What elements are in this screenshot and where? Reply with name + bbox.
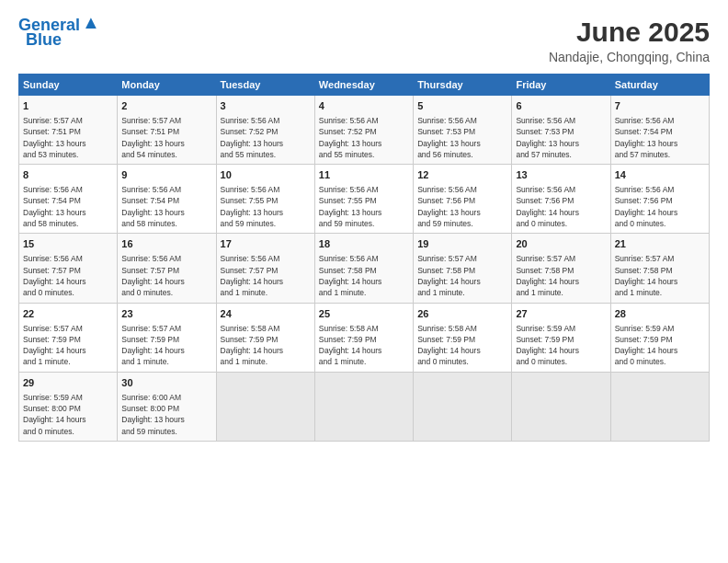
table-cell: 5Sunrise: 5:56 AMSunset: 7:53 PMDaylight…	[414, 96, 512, 165]
day-number: 19	[417, 237, 507, 252]
day-number: 18	[319, 237, 409, 252]
calendar-row: 1Sunrise: 5:57 AMSunset: 7:51 PMDaylight…	[19, 96, 710, 165]
table-cell: 3Sunrise: 5:56 AMSunset: 7:52 PMDaylight…	[216, 96, 314, 165]
table-cell: 12Sunrise: 5:56 AMSunset: 7:56 PMDayligh…	[414, 165, 512, 234]
table-cell: 7Sunrise: 5:56 AMSunset: 7:54 PMDaylight…	[610, 96, 709, 165]
day-number: 20	[516, 237, 606, 252]
table-cell: 28Sunrise: 5:59 AMSunset: 7:59 PMDayligh…	[610, 303, 709, 372]
table-cell: 25Sunrise: 5:58 AMSunset: 7:59 PMDayligh…	[314, 303, 413, 372]
subtitle: Nandajie, Chongqing, China	[549, 50, 710, 64]
table-cell: 10Sunrise: 5:56 AMSunset: 7:55 PMDayligh…	[216, 165, 314, 234]
day-number: 2	[121, 99, 211, 114]
title-section: June 2025 Nandajie, Chongqing, China	[549, 17, 710, 64]
header: General ▲ Blue June 2025 Nandajie, Chong…	[18, 17, 710, 64]
day-number: 4	[319, 99, 409, 114]
col-wednesday: Wednesday	[314, 75, 413, 96]
table-cell: 13Sunrise: 5:56 AMSunset: 7:56 PMDayligh…	[512, 165, 610, 234]
calendar-row: 22Sunrise: 5:57 AMSunset: 7:59 PMDayligh…	[19, 303, 710, 372]
table-cell	[216, 372, 314, 441]
logo-text2: Blue	[26, 31, 62, 50]
col-thursday: Thursday	[414, 75, 512, 96]
col-monday: Monday	[118, 75, 216, 96]
table-cell	[414, 372, 512, 441]
table-cell: 24Sunrise: 5:58 AMSunset: 7:59 PMDayligh…	[216, 303, 314, 372]
table-cell: 22Sunrise: 5:57 AMSunset: 7:59 PMDayligh…	[19, 303, 118, 372]
day-number: 30	[121, 376, 211, 391]
page: General ▲ Blue June 2025 Nandajie, Chong…	[0, 0, 728, 563]
table-cell: 2Sunrise: 5:57 AMSunset: 7:51 PMDaylight…	[118, 96, 216, 165]
table-cell	[512, 372, 610, 441]
day-number: 13	[516, 168, 606, 183]
table-cell: 20Sunrise: 5:57 AMSunset: 7:58 PMDayligh…	[512, 234, 610, 303]
day-number: 6	[516, 99, 606, 114]
day-number: 5	[417, 99, 507, 114]
day-number: 3	[221, 99, 311, 114]
day-number: 15	[23, 237, 113, 252]
table-cell: 11Sunrise: 5:56 AMSunset: 7:55 PMDayligh…	[314, 165, 413, 234]
day-number: 11	[319, 168, 409, 183]
day-number: 7	[615, 99, 705, 114]
col-saturday: Saturday	[610, 75, 709, 96]
table-cell: 14Sunrise: 5:56 AMSunset: 7:56 PMDayligh…	[610, 165, 709, 234]
calendar-row: 15Sunrise: 5:56 AMSunset: 7:57 PMDayligh…	[19, 234, 710, 303]
table-cell: 1Sunrise: 5:57 AMSunset: 7:51 PMDaylight…	[19, 96, 118, 165]
day-number: 14	[615, 168, 705, 183]
col-friday: Friday	[512, 75, 610, 96]
table-cell: 17Sunrise: 5:56 AMSunset: 7:57 PMDayligh…	[216, 234, 314, 303]
day-number: 24	[221, 307, 311, 322]
table-cell	[314, 372, 413, 441]
day-number: 28	[615, 307, 705, 322]
table-cell: 16Sunrise: 5:56 AMSunset: 7:57 PMDayligh…	[118, 234, 216, 303]
day-number: 27	[516, 307, 606, 322]
day-number: 12	[417, 168, 507, 183]
day-number: 21	[615, 237, 705, 252]
table-cell: 9Sunrise: 5:56 AMSunset: 7:54 PMDaylight…	[118, 165, 216, 234]
table-cell: 23Sunrise: 5:57 AMSunset: 7:59 PMDayligh…	[118, 303, 216, 372]
table-cell: 6Sunrise: 5:56 AMSunset: 7:53 PMDaylight…	[512, 96, 610, 165]
table-cell: 15Sunrise: 5:56 AMSunset: 7:57 PMDayligh…	[19, 234, 118, 303]
table-cell: 26Sunrise: 5:58 AMSunset: 7:59 PMDayligh…	[414, 303, 512, 372]
calendar-row: 8Sunrise: 5:56 AMSunset: 7:54 PMDaylight…	[19, 165, 710, 234]
day-number: 10	[221, 168, 311, 183]
day-number: 25	[319, 307, 409, 322]
logo: General ▲ Blue	[18, 17, 100, 50]
day-number: 9	[121, 168, 211, 183]
table-cell: 30Sunrise: 6:00 AMSunset: 8:00 PMDayligh…	[118, 372, 216, 441]
day-number: 16	[121, 237, 211, 252]
day-number: 17	[221, 237, 311, 252]
day-number: 22	[23, 307, 113, 322]
table-cell: 18Sunrise: 5:56 AMSunset: 7:58 PMDayligh…	[314, 234, 413, 303]
logo-icon: ▲	[82, 12, 100, 33]
day-number: 26	[417, 307, 507, 322]
table-cell: 19Sunrise: 5:57 AMSunset: 7:58 PMDayligh…	[414, 234, 512, 303]
main-title: June 2025	[549, 17, 710, 48]
table-cell: 8Sunrise: 5:56 AMSunset: 7:54 PMDaylight…	[19, 165, 118, 234]
table-cell: 27Sunrise: 5:59 AMSunset: 7:59 PMDayligh…	[512, 303, 610, 372]
col-sunday: Sunday	[19, 75, 118, 96]
table-cell: 29Sunrise: 5:59 AMSunset: 8:00 PMDayligh…	[19, 372, 118, 441]
day-number: 29	[23, 376, 113, 391]
day-number: 1	[23, 99, 113, 114]
day-number: 23	[121, 307, 211, 322]
table-cell: 4Sunrise: 5:56 AMSunset: 7:52 PMDaylight…	[314, 96, 413, 165]
header-row: Sunday Monday Tuesday Wednesday Thursday…	[19, 75, 710, 96]
table-cell: 21Sunrise: 5:57 AMSunset: 7:58 PMDayligh…	[610, 234, 709, 303]
calendar-row: 29Sunrise: 5:59 AMSunset: 8:00 PMDayligh…	[19, 372, 710, 441]
calendar-table: Sunday Monday Tuesday Wednesday Thursday…	[18, 74, 710, 442]
day-number: 8	[23, 168, 113, 183]
table-cell	[610, 372, 709, 441]
col-tuesday: Tuesday	[216, 75, 314, 96]
